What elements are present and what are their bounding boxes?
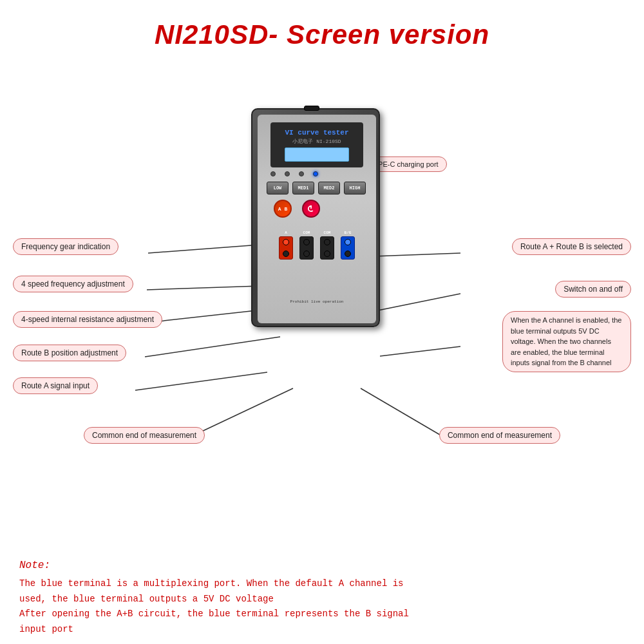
typec-port xyxy=(304,106,319,111)
annotation-common-left: Common end of measurement xyxy=(84,427,205,444)
annotation-route-b: Route B position adjustment xyxy=(13,345,126,361)
annotation-route-ab: Route A + Route B is selected xyxy=(512,238,631,255)
page-title: NI210SD- Screen version xyxy=(0,0,644,50)
note-line-3: After opening the A+B circuit, the blue … xyxy=(19,607,625,622)
device-inner: VI curve tester 小尼电子 NI-210SD LOW MED1 M… xyxy=(258,115,376,323)
annotation-freq-adj: 4 speed frequency adjustment xyxy=(13,276,133,292)
terminal-a-label: A xyxy=(285,231,287,235)
terminal-com1-label: COM xyxy=(303,231,310,235)
note-line-4: input port xyxy=(19,622,625,638)
btn-high[interactable]: HIGH xyxy=(344,182,366,194)
svg-line-8 xyxy=(374,253,460,256)
terminal-com1 xyxy=(299,236,314,260)
power-icon xyxy=(307,204,316,213)
blue-channel-text: When the A channel is enabled, the blue … xyxy=(511,316,621,366)
note-line-1: The blue terminal is a multiplexing port… xyxy=(19,576,625,592)
terminal-a xyxy=(279,236,293,260)
led-1 xyxy=(270,171,276,176)
annotation-blue-channel: When the A channel is enabled, the blue … xyxy=(502,311,631,372)
annotation-internal-res: 4-speed internal resistance adjustment xyxy=(13,311,162,328)
note-title: Note: xyxy=(19,560,625,571)
led-4-blue xyxy=(313,171,318,176)
jack-com2-bottom xyxy=(324,251,330,257)
terminal-com2-label: COM xyxy=(324,231,331,235)
terminal-area: A COM COM xyxy=(264,231,370,260)
device-display xyxy=(285,147,349,162)
btn-ab[interactable]: A B xyxy=(274,200,292,218)
freq-button-row: LOW MED1 MED2 HIGH xyxy=(267,182,366,194)
notes-section: Note: The blue terminal is a multiplexin… xyxy=(19,560,625,638)
device-bottom-label: Prohibit live operation xyxy=(264,299,370,304)
svg-line-9 xyxy=(375,294,460,311)
device-model: 小尼电子 NI-210SD xyxy=(292,138,341,145)
jack-bg-bottom xyxy=(345,251,351,257)
jack-com1-top xyxy=(303,239,310,245)
annotation-switch: Switch on and off xyxy=(555,281,631,298)
jack-a-bottom xyxy=(283,251,289,257)
svg-line-4 xyxy=(145,337,280,357)
btn-med1[interactable]: MED1 xyxy=(292,182,314,194)
led-row xyxy=(270,171,318,176)
jack-a-top xyxy=(283,239,289,245)
device-screen: VI curve tester 小尼电子 NI-210SD xyxy=(270,122,363,167)
annotation-freq-gear: Frequency gear indication xyxy=(13,238,118,255)
ctrl-button-row: A B xyxy=(274,200,320,218)
note-line-2: used, the blue terminal outputs a 5V DC … xyxy=(19,592,625,607)
annotation-common-right: Common end of measurement xyxy=(439,427,560,444)
btn-low[interactable]: LOW xyxy=(267,182,289,194)
led-2 xyxy=(285,171,290,176)
svg-line-10 xyxy=(380,346,460,356)
terminal-bg-label: B/G xyxy=(345,231,352,235)
jack-com2-top xyxy=(324,239,330,245)
svg-line-5 xyxy=(135,372,267,390)
annotation-route-a: Route A signal input xyxy=(13,377,98,394)
jack-bg-top xyxy=(345,239,351,245)
device-logo: VI curve tester xyxy=(285,129,348,137)
terminal-bg xyxy=(341,236,355,260)
jack-com1-bottom xyxy=(303,251,310,257)
led-3 xyxy=(299,171,304,176)
btn-power[interactable] xyxy=(302,200,320,218)
terminal-com2 xyxy=(320,236,334,260)
btn-med2[interactable]: MED2 xyxy=(318,182,340,194)
device-body: VI curve tester 小尼电子 NI-210SD LOW MED1 M… xyxy=(251,108,380,327)
